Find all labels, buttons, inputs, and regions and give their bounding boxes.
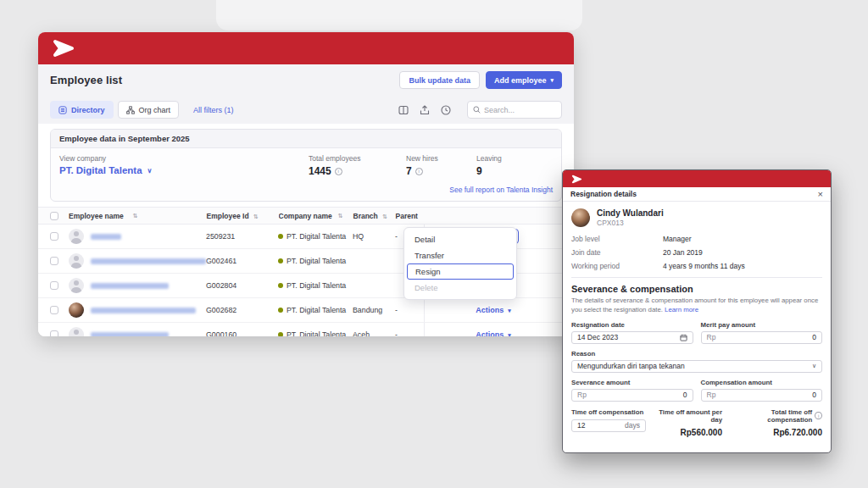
export-button[interactable] — [420, 105, 430, 115]
caret-down-icon: ▾ — [550, 77, 554, 83]
view-company-label: View company — [59, 154, 309, 163]
search-box[interactable] — [467, 101, 562, 119]
merit-pay-input[interactable]: Rp 0 — [701, 331, 823, 344]
add-employee-button[interactable]: Add employee ▾ — [486, 71, 562, 89]
time-off-per-day-value: Rp560.000 — [653, 428, 722, 437]
row-checkbox[interactable] — [50, 232, 58, 241]
chevron-down-icon: ∨ — [812, 363, 816, 369]
currency-prefix: Rp — [707, 391, 716, 399]
avatar-placeholder — [69, 229, 84, 244]
header-branch[interactable]: Branch — [353, 212, 378, 220]
row-checkbox[interactable] — [50, 257, 58, 265]
tab-org-chart[interactable]: Org chart — [118, 101, 180, 119]
menu-item-detail[interactable]: Detail — [404, 231, 516, 247]
panel-header-bar — [563, 170, 831, 187]
header-company-name[interactable]: Company name — [279, 212, 332, 220]
days-suffix: days — [625, 421, 640, 430]
menu-item-resign[interactable]: Resign — [407, 263, 514, 280]
caret-down-icon: ▾ — [508, 308, 511, 313]
employee-id-cell: G002682 — [206, 306, 278, 314]
new-hires-value: 7 — [406, 165, 412, 177]
severance-description: The details of severance & compensation … — [571, 297, 822, 315]
info-icon[interactable]: i — [415, 168, 423, 175]
row-checkbox[interactable] — [50, 330, 58, 336]
employee-list-window: Employee list Bulk update data Add emplo… — [38, 32, 574, 336]
avatar-photo — [571, 208, 590, 227]
all-filters-link[interactable]: All filters (1) — [193, 106, 234, 114]
learn-more-link[interactable]: Learn more — [665, 306, 698, 313]
mekari-talenta-logo-icon — [50, 39, 79, 58]
status-dot — [278, 283, 283, 288]
manage-columns-button[interactable] — [398, 105, 409, 115]
header-parent[interactable]: Parent — [396, 212, 425, 220]
table-row[interactable]: G002682 PT. Digital Talenta Bandung - Ac… — [38, 298, 574, 323]
severance-amount-label: Severance amount — [571, 379, 693, 386]
sort-icon[interactable]: ⇅ — [338, 213, 343, 219]
columns-icon — [398, 105, 409, 115]
sort-icon[interactable]: ⇅ — [133, 213, 138, 219]
header-employee-id[interactable]: Employee Id — [207, 212, 249, 220]
status-dot — [278, 234, 283, 239]
working-period-label: Working period — [571, 262, 663, 270]
table-row[interactable]: G000160 PT. Digital Talenta Aceh - Actio… — [38, 323, 574, 336]
sort-icon[interactable]: ⇅ — [382, 214, 387, 219]
employee-name-redacted — [91, 332, 169, 337]
avatar-placeholder — [69, 278, 84, 293]
sort-icon[interactable]: ⇅ — [253, 214, 259, 219]
currency-prefix: Rp — [707, 333, 716, 341]
total-time-off-value: Rp6.720.000 — [727, 428, 822, 437]
search-icon — [473, 106, 481, 114]
resignation-date-input[interactable]: 14 Dec 2023 — [571, 331, 693, 344]
desktop-background: Employee list Bulk update data Add emplo… — [0, 0, 868, 488]
header-employee-name[interactable]: Employee name — [69, 212, 124, 220]
status-dot — [278, 308, 283, 313]
employee-info-list: Job level Manager Join date 20 Jan 2019 … — [571, 235, 822, 270]
severance-amount-input[interactable]: Rp 0 — [571, 389, 693, 402]
employee-name-redacted — [91, 258, 206, 264]
working-period-value: 4 years 9 months 11 days — [663, 262, 745, 270]
company-cell: PT. Digital Talenta — [278, 281, 353, 290]
join-date-value: 20 Jan 2019 — [663, 248, 703, 257]
org-chart-icon — [126, 106, 135, 114]
page-header: Employee list Bulk update data Add emplo… — [38, 64, 574, 96]
compensation-amount-input[interactable]: Rp 0 — [701, 389, 823, 402]
company-selector[interactable]: PT. Digital Talenta ∨ — [59, 165, 309, 175]
employee-name-redacted — [91, 308, 196, 313]
row-checkbox[interactable] — [50, 281, 58, 290]
menu-item-delete[interactable]: Delete — [404, 280, 516, 296]
job-level-label: Job level — [571, 235, 663, 243]
panel-title: Resignation details — [570, 190, 637, 198]
reason-select[interactable]: Mengundurkan diri tanpa tekanan ∨ — [571, 360, 822, 373]
resignation-date-label: Resignation date — [571, 321, 693, 329]
row-checkbox[interactable] — [50, 306, 58, 314]
actions-button[interactable]: Actions ▾ — [468, 302, 519, 318]
parent-cell: - — [395, 306, 424, 314]
table-tools — [398, 101, 562, 119]
tab-directory[interactable]: Directory — [50, 101, 114, 119]
tab-directory-label: Directory — [71, 106, 105, 114]
menu-item-transfer[interactable]: Transfer — [404, 247, 516, 263]
employee-id-cell: G000160 — [206, 330, 278, 336]
time-off-compensation-label: Time off compensation — [571, 408, 653, 416]
employee-id-cell: G002804 — [206, 281, 278, 290]
actions-button[interactable]: Actions ▾ — [468, 327, 519, 336]
info-icon[interactable]: i — [335, 168, 342, 175]
select-all-checkbox[interactable] — [50, 212, 58, 220]
close-icon[interactable]: × — [818, 190, 823, 199]
company-cell: PT. Digital Talenta — [278, 306, 353, 314]
merit-pay-label: Merit pay amount — [701, 321, 823, 329]
employee-id-cell: 2509231 — [206, 232, 278, 241]
tab-org-chart-label: Org chart — [139, 106, 171, 114]
history-button[interactable] — [441, 105, 451, 115]
talenta-insight-report-link[interactable]: See full report on Talenta Insight — [449, 186, 553, 194]
bulk-update-data-button[interactable]: Bulk update data — [399, 71, 480, 89]
time-off-compensation-input[interactable]: 12 days — [571, 419, 646, 432]
total-time-off-label: Total time off compensation i — [727, 408, 822, 424]
list-toolbar: Directory Org chart All filters (1) — [38, 96, 574, 124]
search-input[interactable] — [484, 106, 556, 114]
info-icon[interactable]: i — [815, 412, 822, 419]
page-title: Employee list — [50, 74, 122, 86]
leaving-label: Leaving — [476, 154, 553, 163]
branch-cell: Bandung — [353, 306, 395, 314]
add-employee-label: Add employee — [494, 76, 547, 85]
